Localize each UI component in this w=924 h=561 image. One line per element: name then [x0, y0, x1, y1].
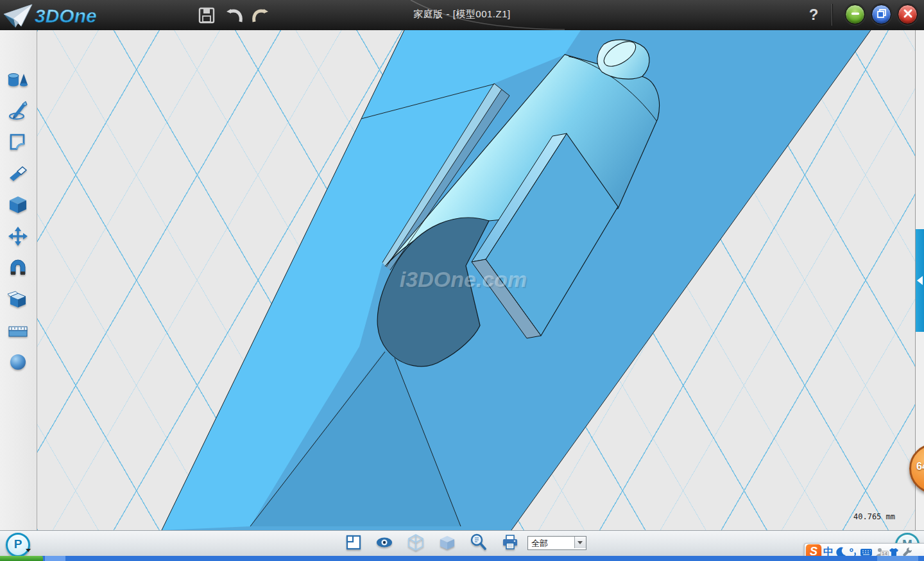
start-button[interactable]: [0, 556, 43, 561]
sidebar-item-sketch[interactable]: [7, 99, 29, 121]
watermark-text: i3DOne.com: [400, 267, 527, 291]
titlebar-divider: [832, 4, 832, 26]
viewport-3d[interactable]: i3DOne.com i3DOne.com 40.765 mm 64: [37, 30, 924, 530]
minimize-button[interactable]: [845, 4, 865, 24]
shaded-cube-icon[interactable]: [438, 533, 457, 552]
x-icon: [902, 8, 914, 19]
view-corner-icon[interactable]: [344, 533, 363, 552]
p-quick-button[interactable]: P: [6, 533, 30, 557]
p-dropdown-caret[interactable]: [26, 549, 31, 552]
measure-ruler-icon: [7, 320, 29, 341]
taskbar-segment: [45, 556, 65, 561]
minus-icon: [850, 8, 861, 19]
restore-icon: [876, 8, 887, 19]
filter-dropdown-value: 全部: [531, 538, 548, 549]
sidebar-item-sketch-surface[interactable]: [7, 131, 29, 153]
sidebar-item-material[interactable]: [7, 351, 29, 373]
window-title: 家庭版 - [模型001.Z1]: [0, 0, 924, 30]
status-bar: P: [0, 530, 924, 557]
filter-dropdown-button[interactable]: [574, 537, 586, 548]
sidebar-item-magnet[interactable]: [7, 257, 29, 279]
right-panel-handle[interactable]: [916, 229, 924, 332]
left-toolbar: [0, 30, 37, 530]
chevron-down-icon: [578, 541, 583, 544]
sidebar-item-trim[interactable]: [7, 162, 29, 184]
sidebar-item-features[interactable]: [7, 194, 29, 216]
visibility-eye-icon[interactable]: [375, 533, 394, 552]
taskbar-tray-segment: [877, 556, 918, 561]
maximize-button[interactable]: [871, 4, 891, 24]
material-sphere-icon: [7, 351, 29, 373]
sidebar-item-primitives[interactable]: [7, 69, 29, 91]
sidebar-item-combine[interactable]: [7, 288, 29, 310]
combine-box-icon: [7, 288, 29, 310]
os-taskbar[interactable]: [0, 556, 924, 561]
print-icon[interactable]: [501, 533, 520, 552]
filter-dropdown[interactable]: 全部: [527, 536, 586, 550]
trim-eraser-icon: [7, 162, 29, 184]
feature-cube-icon: [7, 194, 29, 216]
wireframe-cube-icon[interactable]: [406, 533, 425, 552]
magnet-snap-icon: [7, 257, 29, 279]
sidebar-item-measure[interactable]: [7, 320, 29, 341]
help-button[interactable]: ?: [806, 1, 821, 28]
move-icon: [7, 225, 29, 247]
sidebar-item-move[interactable]: [7, 225, 29, 247]
close-button[interactable]: [898, 4, 918, 24]
scene-3d[interactable]: i3DOne.com i3DOne.com: [37, 30, 924, 530]
title-bar: 3DOne 家庭版 - [模型001.Z1] ?: [0, 0, 924, 30]
primitive-solids-icon: [7, 69, 29, 91]
collapse-left-icon: [917, 276, 923, 285]
measurement-readout: 40.765 mm: [853, 512, 895, 521]
sketch-draw-icon: [7, 99, 29, 121]
sketch-surface-icon: [7, 131, 29, 153]
zoom-search-icon[interactable]: [469, 533, 488, 552]
